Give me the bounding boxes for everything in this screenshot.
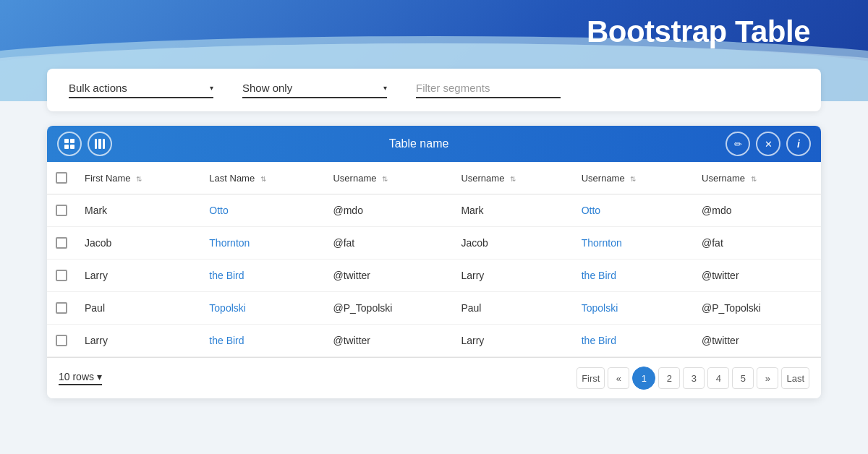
col-username3-header[interactable]: Username ⇅: [573, 162, 693, 194]
col-username2-header[interactable]: Username ⇅: [452, 162, 572, 194]
page-4-button[interactable]: 4: [707, 367, 729, 389]
bulk-actions-dropdown[interactable]: Bulk actions ▾: [69, 82, 213, 98]
columns-view-button[interactable]: [88, 132, 112, 156]
sort-icon-username4: ⇅: [751, 175, 757, 183]
col-last-name-header[interactable]: Last Name ⇅: [200, 162, 324, 194]
page-first-button[interactable]: First: [576, 367, 605, 389]
rows-per-page-label: 10 rows: [59, 371, 94, 382]
pagination: First « 1 2 3 4 5 » Last: [576, 367, 809, 390]
row-0-col-2: @mdo: [324, 194, 452, 227]
filter-segments-label: Filter segments: [416, 82, 490, 94]
row-1-col-2: @fat: [324, 227, 452, 260]
columns-icon: [95, 139, 105, 149]
bulk-actions-label: Bulk actions: [69, 82, 127, 94]
col-username1-header[interactable]: Username ⇅: [324, 162, 452, 194]
left-icon-group: [57, 132, 112, 156]
row-0-col-3: Mark: [452, 194, 572, 227]
row-4-checkbox-cell: [47, 325, 76, 357]
filter-bar: Bulk actions ▾ Show only ▾ Filter segmen…: [47, 69, 821, 111]
col-username4-header[interactable]: Username ⇅: [693, 162, 821, 194]
page-5-button[interactable]: 5: [732, 367, 754, 389]
page-3-button[interactable]: 3: [683, 367, 705, 389]
row-3-col-2: @P_Topolski: [324, 292, 452, 325]
show-only-chevron-icon: ▾: [383, 84, 387, 92]
row-1-col-1: Thornton: [200, 227, 324, 260]
row-1-col-0: Jacob: [76, 227, 200, 260]
rows-chevron-icon: ▾: [97, 371, 102, 382]
row-0-col-0: Mark: [76, 194, 200, 227]
table-name: Table name: [112, 137, 726, 150]
row-3-col-0: Paul: [76, 292, 200, 325]
row-0-checkbox[interactable]: [56, 205, 67, 216]
page-prev-button[interactable]: «: [608, 367, 629, 389]
sort-icon-username3: ⇅: [630, 175, 636, 183]
filter-segments-input[interactable]: Filter segments: [416, 82, 561, 98]
rows-per-page-select[interactable]: 10 rows ▾: [59, 371, 102, 385]
row-3-col-3: Paul: [452, 292, 572, 325]
data-table: First Name ⇅ Last Name ⇅ Username ⇅ User…: [47, 162, 821, 357]
row-4-checkbox[interactable]: [56, 335, 67, 346]
row-4-col-0: Larry: [76, 325, 200, 357]
table-row: MarkOtto@mdoMarkOtto@mdo: [47, 194, 821, 227]
header-row: First Name ⇅ Last Name ⇅ Username ⇅ User…: [47, 162, 821, 194]
table-body: MarkOtto@mdoMarkOtto@mdoJacobThornton@fa…: [47, 194, 821, 357]
row-2-checkbox-cell: [47, 260, 76, 292]
info-icon: [797, 138, 800, 150]
table-wrapper[interactable]: First Name ⇅ Last Name ⇅ Username ⇅ User…: [47, 162, 821, 357]
row-1-col-4: Thornton: [573, 227, 693, 260]
page-next-button[interactable]: »: [757, 367, 778, 389]
row-4-col-4: the Bird: [573, 325, 693, 357]
edit-icon: [734, 138, 742, 150]
sort-icon-username2: ⇅: [510, 175, 516, 183]
table-header-bar: Table name: [47, 126, 821, 162]
row-3-col-5: @P_Topolski: [693, 292, 821, 325]
table-row: Larrythe Bird@twitterLarrythe Bird@twitt…: [47, 260, 821, 292]
row-3-checkbox[interactable]: [56, 302, 67, 314]
grid-view-button[interactable]: [57, 132, 82, 156]
edit-button[interactable]: [726, 132, 750, 156]
row-0-col-4: Otto: [573, 194, 693, 227]
table-row: Larrythe Bird@twitterLarrythe Bird@twitt…: [47, 325, 821, 357]
page-1-button[interactable]: 1: [632, 367, 655, 390]
table-row: JacobThornton@fatJacobThornton@fat: [47, 227, 821, 260]
row-3-checkbox-cell: [47, 292, 76, 325]
sort-icon-username1: ⇅: [382, 175, 388, 183]
row-4-col-1: the Bird: [200, 325, 324, 357]
info-button[interactable]: [786, 132, 811, 156]
sort-icon-lastname: ⇅: [260, 175, 266, 183]
row-4-col-5: @twitter: [693, 325, 821, 357]
row-3-col-1: Topolski: [200, 292, 324, 325]
row-4-col-3: Larry: [452, 325, 572, 357]
row-2-col-0: Larry: [76, 260, 200, 292]
table-container: Table name: [47, 126, 821, 398]
grid-icon: [64, 139, 75, 149]
show-only-dropdown[interactable]: Show only ▾: [242, 82, 387, 98]
table-head: First Name ⇅ Last Name ⇅ Username ⇅ User…: [47, 162, 821, 194]
col-first-name-header[interactable]: First Name ⇅: [76, 162, 200, 194]
row-2-col-1: the Bird: [200, 260, 324, 292]
row-2-col-3: Larry: [452, 260, 572, 292]
sort-icon-firstname: ⇅: [136, 175, 142, 183]
row-2-checkbox[interactable]: [56, 270, 67, 281]
row-2-col-5: @twitter: [693, 260, 821, 292]
row-1-col-5: @fat: [693, 227, 821, 260]
row-1-col-3: Jacob: [452, 227, 572, 260]
right-icon-group: [726, 132, 811, 156]
table-row: PaulTopolski@P_TopolskiPaulTopolski@P_To…: [47, 292, 821, 325]
row-2-col-2: @twitter: [324, 260, 452, 292]
close-button[interactable]: [756, 132, 780, 156]
close-icon: [765, 138, 773, 150]
select-all-checkbox[interactable]: [56, 172, 67, 184]
select-all-header[interactable]: [47, 162, 76, 194]
show-only-label: Show only: [242, 82, 292, 94]
row-1-checkbox-cell: [47, 227, 76, 260]
row-0-col-1: Otto: [200, 194, 324, 227]
row-4-col-2: @twitter: [324, 325, 452, 357]
row-2-col-4: the Bird: [573, 260, 693, 292]
row-0-col-5: @mdo: [693, 194, 821, 227]
row-1-checkbox[interactable]: [56, 237, 67, 249]
table-footer: 10 rows ▾ First « 1 2 3 4 5 » Last: [47, 357, 821, 398]
page-last-button[interactable]: Last: [781, 367, 809, 389]
row-0-checkbox-cell: [47, 194, 76, 227]
page-2-button[interactable]: 2: [658, 367, 680, 389]
